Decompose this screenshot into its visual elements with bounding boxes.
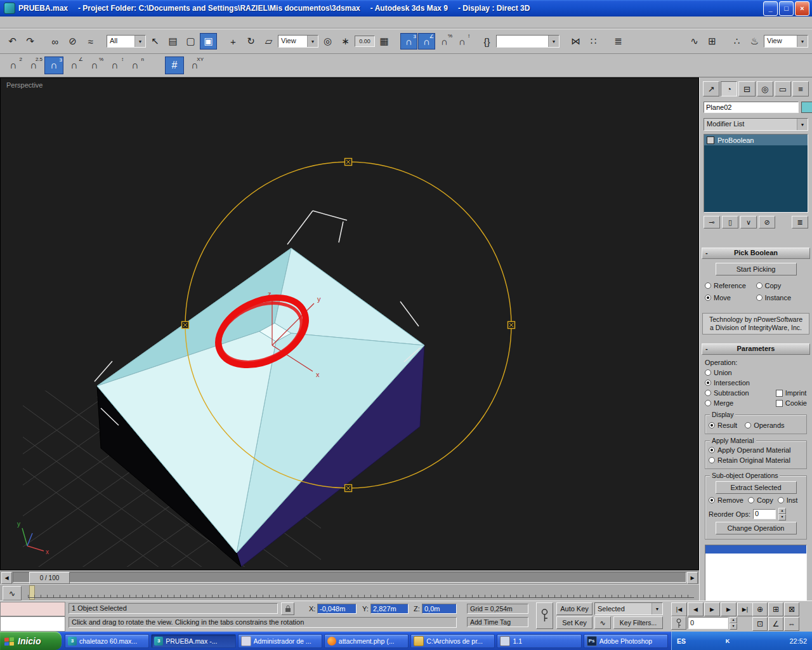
operand-list[interactable] bbox=[705, 545, 807, 609]
previous-frame-arrow[interactable]: ◀ bbox=[1, 572, 12, 584]
modifier-list-dropdown[interactable]: Modifier List ▼ bbox=[704, 118, 808, 131]
set-keys-button[interactable] bbox=[536, 602, 553, 629]
operand-list-item[interactable] bbox=[705, 545, 806, 554]
graphics-utility-icon[interactable] bbox=[712, 637, 721, 646]
configure-modifier-sets-icon[interactable]: ≣ bbox=[792, 216, 808, 229]
select-and-link-icon[interactable]: ∞ ▼ bbox=[46, 33, 63, 50]
select-and-manipulate-icon[interactable]: ∗ ▼ bbox=[337, 33, 354, 50]
reorder-ops-spinner[interactable]: ▴ ▾ bbox=[778, 508, 786, 521]
start-picking-button[interactable]: Start Picking bbox=[716, 263, 797, 275]
utilities-tab[interactable]: ≡ bbox=[792, 81, 809, 96]
snap-percent-icon[interactable]: ∩ % bbox=[85, 56, 104, 74]
select-and-scale-icon[interactable]: ▱ ▼ bbox=[260, 33, 277, 50]
rollout-collapse-icon[interactable]: - bbox=[705, 248, 708, 258]
maxscript-mini-listener-macro[interactable] bbox=[0, 602, 65, 616]
spinner-up-icon[interactable]: ▴ bbox=[730, 617, 737, 623]
taskbar-item[interactable]: Administrador de ... bbox=[238, 634, 322, 648]
dropdown-arrow-icon[interactable]: ▼ bbox=[548, 36, 559, 47]
dropdown-arrow-icon[interactable]: ▼ bbox=[797, 36, 808, 47]
change-operation-button[interactable]: Change Operation bbox=[716, 522, 797, 534]
radio-option[interactable]: Remove bbox=[709, 495, 743, 505]
pick-boolean-rollout-header[interactable]: - Pick Boolean bbox=[702, 248, 810, 259]
snap-25d-toggle-icon[interactable]: ∩ 2.5 bbox=[24, 56, 43, 74]
start-button[interactable]: Inicio bbox=[0, 632, 62, 650]
snap-grid-hash-icon[interactable]: # bbox=[165, 56, 184, 74]
dropdown-arrow-icon[interactable]: ▼ bbox=[307, 36, 318, 47]
curve-editor-icon[interactable]: ∿ ▼ bbox=[686, 33, 703, 50]
radio-option[interactable]: Intersection bbox=[705, 378, 807, 388]
radio-option[interactable]: Reference bbox=[705, 281, 756, 291]
language-indicator[interactable]: ES bbox=[677, 637, 686, 645]
auto-key-button[interactable]: Auto Key bbox=[556, 602, 593, 615]
parameters-rollout-header[interactable]: - Parameters bbox=[702, 343, 810, 355]
spinner-snap-toggle-icon[interactable]: ∩ ↕ ▼ bbox=[454, 33, 471, 50]
extract-selected-button[interactable]: Extract Selected bbox=[716, 481, 797, 494]
snap-2d-toggle-icon[interactable]: ∩ 2 bbox=[4, 56, 23, 74]
radio-option[interactable]: Retain Original Material bbox=[709, 455, 803, 465]
maxscript-mini-listener[interactable] bbox=[0, 616, 65, 632]
dropdown-arrow-icon[interactable]: ▼ bbox=[134, 36, 145, 47]
antivirus-icon[interactable]: K bbox=[723, 637, 732, 646]
checkbox-option[interactable]: Imprint bbox=[776, 388, 807, 398]
spinner-snap-value-display[interactable]: 0.00 ▼ bbox=[355, 36, 375, 47]
render-type-dropdown[interactable]: View ▼ bbox=[764, 35, 808, 48]
snap-3d-toggle-icon[interactable]: ∩ 3 bbox=[44, 56, 63, 74]
keyboard-shortcut-override-icon[interactable]: ▦ ▼ bbox=[376, 33, 393, 50]
rectangular-selection-region-icon[interactable]: ▢ ▼ bbox=[182, 33, 199, 50]
zoom-extents-icon[interactable]: ⊠ bbox=[784, 602, 799, 616]
snap-named-icon[interactable]: ∩ n bbox=[126, 56, 145, 74]
operand-list-item[interactable] bbox=[705, 554, 806, 562]
network-icon[interactable] bbox=[735, 637, 743, 646]
object-color-swatch[interactable] bbox=[801, 102, 812, 113]
next-frame-arrow[interactable]: ▶ bbox=[687, 572, 698, 584]
default-tangent-button[interactable]: ∿ bbox=[594, 616, 611, 629]
modifier-stack[interactable]: ProBoolean bbox=[704, 134, 808, 213]
schematic-view-icon[interactable]: ⊞ ▼ bbox=[704, 33, 721, 50]
make-unique-icon[interactable]: ∨ bbox=[740, 216, 757, 229]
taskbar-item[interactable]: Ps Adobe Photoshop bbox=[584, 634, 668, 648]
plane02-object[interactable] bbox=[97, 248, 424, 567]
radio-option[interactable]: Operands bbox=[745, 420, 784, 430]
select-by-name-icon[interactable]: ▤ ▼ bbox=[164, 33, 181, 50]
bind-to-space-warp-icon[interactable]: ≈ ▼ bbox=[82, 33, 99, 50]
next-frame-button[interactable]: ▶ bbox=[721, 602, 737, 616]
display-tab[interactable]: ▭ bbox=[775, 81, 791, 96]
track-bar[interactable]: ∿ bbox=[0, 584, 699, 600]
perspective-viewport[interactable]: z y x x y Perspective bbox=[0, 77, 699, 570]
time-slider-button[interactable]: 0 / 100 bbox=[29, 572, 70, 584]
time-slider-track[interactable] bbox=[13, 572, 686, 583]
key-selection-filter-dropdown[interactable]: Selected ▼ bbox=[594, 602, 663, 615]
taskbar-item[interactable]: 1.1 bbox=[497, 634, 581, 648]
radio-option[interactable]: Move bbox=[705, 293, 756, 303]
named-selection-sets-dropdown[interactable]: ▼ bbox=[496, 35, 560, 48]
key-mode-toggle[interactable] bbox=[671, 616, 686, 630]
motion-tab[interactable]: ◎ bbox=[757, 81, 773, 96]
go-to-end-button[interactable]: ▶| bbox=[737, 602, 753, 616]
show-end-result-icon[interactable]: ▯ bbox=[722, 216, 738, 229]
operand-list-item[interactable] bbox=[705, 570, 806, 578]
layer-manager-icon[interactable]: ≣ ▼ bbox=[610, 33, 627, 50]
radio-option[interactable]: Instance bbox=[756, 293, 808, 303]
align-icon[interactable]: ∷ ▼ bbox=[585, 33, 602, 50]
updates-icon[interactable] bbox=[746, 637, 755, 646]
material-editor-icon[interactable]: ∴ ▼ bbox=[728, 33, 745, 50]
modifier-stack-item[interactable]: ProBoolean bbox=[704, 135, 808, 145]
rollout-collapse-icon[interactable]: - bbox=[705, 344, 708, 354]
close-button[interactable]: × bbox=[795, 1, 809, 16]
z-coordinate-field[interactable]: 0,0m bbox=[422, 604, 457, 614]
percent-snap-toggle-icon[interactable]: ∩ % ▼ bbox=[436, 33, 453, 50]
radio-option[interactable]: Result bbox=[709, 420, 737, 430]
angle-snap-toggle-icon[interactable]: ∩ ∠ ▼ bbox=[418, 33, 435, 50]
unlink-selection-icon[interactable]: ⊘ ▼ bbox=[64, 33, 81, 50]
select-and-move-icon[interactable]: + ▼ bbox=[225, 33, 242, 50]
play-button[interactable]: ▶ bbox=[704, 602, 720, 616]
viewport-label[interactable]: Perspective bbox=[6, 81, 43, 89]
spinner-up-icon[interactable]: ▴ bbox=[778, 508, 786, 514]
snap-toggle-3d-icon[interactable]: ∩ 3 ▼ bbox=[400, 33, 417, 50]
maximize-button[interactable]: □ bbox=[779, 1, 794, 16]
taskbar-item[interactable]: attachment.php (... bbox=[324, 634, 409, 648]
taskbar-item[interactable]: 3 chaletazo 60.max... bbox=[65, 634, 149, 648]
zoom-icon[interactable]: ⊕ bbox=[752, 602, 768, 616]
operand-list-item[interactable] bbox=[705, 562, 806, 570]
time-slider-bar[interactable]: ◀ 0 / 100 ▶ bbox=[0, 570, 699, 584]
